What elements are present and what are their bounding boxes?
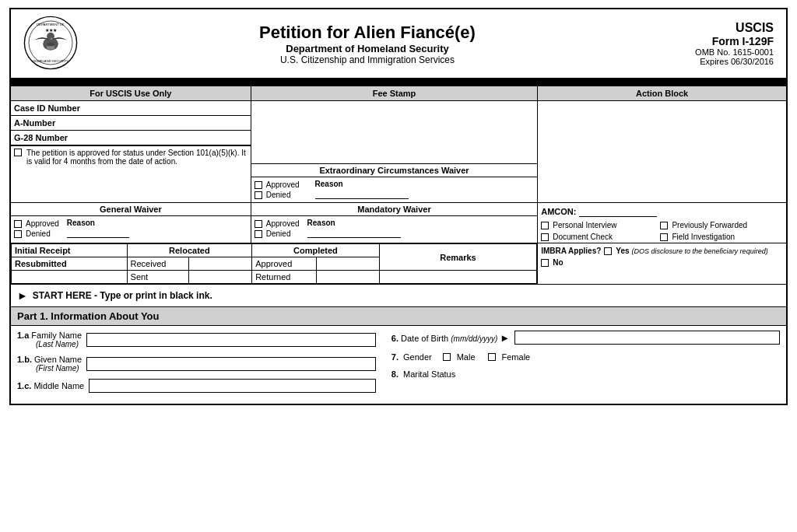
initial-receipt-label: Initial Receipt xyxy=(12,244,128,257)
field-1c-label: 1.c. Middle Name xyxy=(17,381,84,390)
field-1b-input[interactable] xyxy=(86,357,376,371)
svg-rect-7 xyxy=(47,43,54,46)
divider-bar xyxy=(11,80,786,86)
form-title: Petition for Alien Fiancé(e) xyxy=(78,23,657,43)
personal-interview-cb[interactable] xyxy=(541,222,549,229)
form-id: Form I-129F xyxy=(657,35,774,47)
field-8-num: 8. xyxy=(391,369,398,379)
extraordinary-denied-label: Denied xyxy=(266,191,291,199)
field-1b-label: 1.b. Given Name (First Name) xyxy=(17,355,82,373)
mw-denied-cb[interactable] xyxy=(255,230,262,238)
field-6-input[interactable] xyxy=(514,331,780,345)
sent-label: Sent xyxy=(127,271,189,284)
part1-left-col: 1.a Family Name (Last Name) 1.b. Given N… xyxy=(17,331,376,399)
mw-approved-cb[interactable] xyxy=(255,220,262,228)
returned-label: Returned xyxy=(252,271,316,284)
action-block-col: Action Block xyxy=(538,86,786,202)
amcon-label: AMCON: xyxy=(541,207,576,216)
extraordinary-approved-label: Approved xyxy=(266,180,300,189)
imbra-col: IMBRA Applies? Yes (DOS disclosure to th… xyxy=(538,243,786,284)
expiry-date: Expires 06/30/2016 xyxy=(657,57,774,66)
completed-label: Completed xyxy=(252,244,380,257)
field-7-num: 7. xyxy=(391,352,398,362)
gender-male-label: Male xyxy=(457,352,476,362)
dept-name: Department of Homeland Security xyxy=(78,43,657,54)
imbra-yes-note: (DOS disclosure to the beneficiary requi… xyxy=(632,247,768,255)
field-1c-row: 1.c. Middle Name xyxy=(17,379,376,393)
general-waiver-content: Approved Denied Reason xyxy=(11,216,251,241)
field-investigation-cb[interactable] xyxy=(660,233,668,241)
field-8-row: 8. Marital Status xyxy=(391,369,780,379)
fee-stamp-header: Fee Stamp xyxy=(251,86,538,101)
gw-reason-field[interactable] xyxy=(67,227,129,238)
received-label: Received xyxy=(127,257,189,271)
imbra-no-cb[interactable] xyxy=(541,259,549,267)
mw-approved-label: Approved xyxy=(266,219,300,228)
case-id-field: Case ID Number xyxy=(11,101,251,116)
imbra-label: IMBRA Applies? xyxy=(541,247,601,255)
mw-reason-col: Reason xyxy=(307,219,401,239)
receipt-section: Initial Receipt Relocated Completed Rema… xyxy=(11,243,538,284)
part1-fields: 1.a Family Name (Last Name) 1.b. Given N… xyxy=(11,326,786,404)
mandatory-waiver-col: Mandatory Waiver Approved Denied Reason xyxy=(251,203,539,243)
sent-field[interactable] xyxy=(189,271,252,284)
mw-reason-label: Reason xyxy=(307,219,401,227)
header-right: USCIS Form I-129F OMB No. 1615-0001 Expi… xyxy=(657,21,774,66)
gw-approved-cb[interactable] xyxy=(14,220,22,228)
extraordinary-reason-field[interactable] xyxy=(315,188,409,199)
uscis-label: USCIS xyxy=(657,21,774,35)
amcon-col: AMCON: Personal Interview Previously For… xyxy=(538,203,786,243)
field-1b-row: 1.b. Given Name (First Name) xyxy=(17,355,376,373)
uscis-use-only-col: For USCIS Use Only Case ID Number A-Numb… xyxy=(11,86,251,202)
field-6-label: 6. Date of Birth (mm/dd/yyyy) ► xyxy=(391,332,510,344)
extraordinary-options: Approved Denied xyxy=(255,180,300,200)
a-number-field: A-Number xyxy=(11,116,251,131)
mw-reason-field[interactable] xyxy=(307,227,401,238)
extraordinary-denied-cb[interactable] xyxy=(255,191,262,199)
resubmitted-label: Resubmitted xyxy=(12,257,128,271)
arrow-icon: ► xyxy=(17,289,28,302)
extraordinary-header: Extraordinary Circumstances Waiver xyxy=(251,164,538,177)
field-1a-input[interactable] xyxy=(86,333,376,347)
extraordinary-reason-label: Reason xyxy=(315,180,409,188)
approved-field[interactable] xyxy=(316,257,379,271)
part1-right-col: 6. Date of Birth (mm/dd/yyyy) ► 7. Gende… xyxy=(391,331,780,399)
imbra-yes-cb[interactable] xyxy=(604,247,612,255)
mandatory-waiver-options: Approved Denied xyxy=(255,219,300,239)
action-block-area xyxy=(538,101,786,202)
remarks-field[interactable] xyxy=(379,271,537,284)
svg-text:★★★: ★★★ xyxy=(45,28,57,33)
receipt-table: Initial Receipt Relocated Completed Rema… xyxy=(11,243,537,284)
approved-label: Approved xyxy=(252,257,316,271)
petition-note-text: The petition is approved for status unde… xyxy=(26,149,248,166)
extraordinary-approved-cb[interactable] xyxy=(255,181,262,189)
gender-male-cb[interactable] xyxy=(443,353,451,361)
svg-text:HOMELAND SECURITY: HOMELAND SECURITY xyxy=(33,59,68,63)
start-here-text: START HERE - Type or print in black ink. xyxy=(33,290,212,301)
gw-denied-label: Denied xyxy=(26,229,51,238)
start-here-banner: ► START HERE - Type or print in black in… xyxy=(11,285,786,306)
previously-forwarded-cb[interactable] xyxy=(660,222,668,229)
amcon-field[interactable] xyxy=(579,206,657,217)
field-investigation-label: Field Investigation xyxy=(672,233,735,241)
gw-denied-cb[interactable] xyxy=(14,230,22,238)
received-field[interactable] xyxy=(189,257,252,271)
seal-logo: DEPARTMENT OF HOMELAND SECURITY ★★★ xyxy=(23,16,78,72)
gw-approved-label: Approved xyxy=(26,219,59,228)
field-1c-input[interactable] xyxy=(89,379,376,393)
gender-female-label: Female xyxy=(502,352,531,362)
gender-female-cb[interactable] xyxy=(488,353,496,361)
general-waiver-col: General Waiver Approved Denied Reason xyxy=(11,203,251,243)
action-block-header: Action Block xyxy=(538,86,786,101)
document-check-cb[interactable] xyxy=(541,233,549,241)
gw-reason-label: Reason xyxy=(67,219,129,227)
field-7-row: 7. Gender Male Female xyxy=(391,352,780,362)
previously-forwarded-label: Previously Forwarded xyxy=(672,221,747,229)
mandatory-waiver-content: Approved Denied Reason xyxy=(251,216,538,241)
returned-field[interactable] xyxy=(316,271,379,284)
mw-denied-label: Denied xyxy=(266,229,291,238)
relocated-label: Relocated xyxy=(127,244,252,257)
petition-checkbox[interactable] xyxy=(14,149,22,156)
imbra-content: IMBRA Applies? Yes (DOS disclosure to th… xyxy=(541,247,783,267)
g28-field: G-28 Number xyxy=(11,131,251,145)
